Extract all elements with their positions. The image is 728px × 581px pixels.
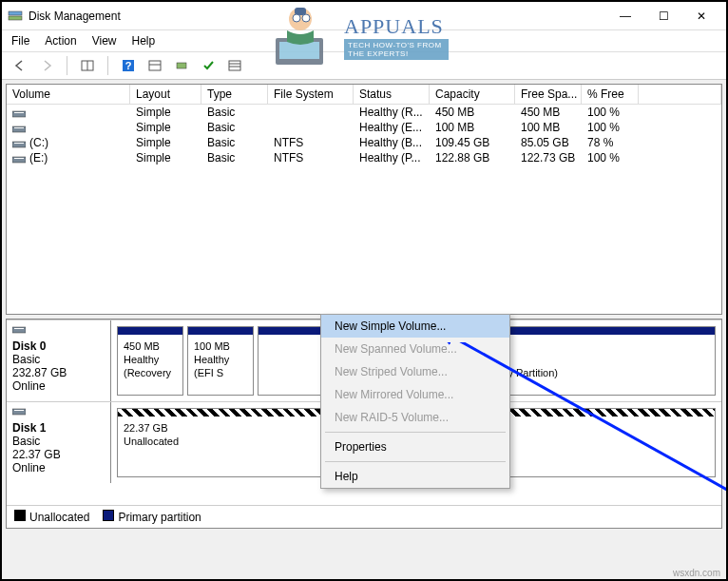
context-menu-item[interactable]: Properties	[321, 436, 509, 458]
toolbar-icon-3[interactable]	[171, 55, 192, 76]
svg-text:?: ?	[125, 60, 132, 71]
col-status[interactable]: Status	[354, 85, 430, 105]
disk-icon	[12, 139, 26, 148]
svg-rect-14	[12, 126, 26, 132]
svg-rect-20	[12, 327, 26, 333]
menu-action[interactable]: Action	[45, 34, 76, 48]
back-button[interactable]	[10, 55, 30, 76]
disk-icon	[12, 108, 26, 118]
context-menu[interactable]: New Simple Volume...New Spanned Volume..…	[320, 314, 510, 489]
disk-icon	[12, 124, 26, 133]
svg-rect-6	[149, 61, 161, 70]
menu-view[interactable]: View	[92, 34, 117, 48]
svg-point-30	[302, 14, 310, 22]
volume-rows[interactable]: SimpleBasicHealthy (R...450 MB450 MB100 …	[7, 105, 721, 314]
menu-help[interactable]: Help	[132, 34, 156, 48]
legend-primary: Primary partition	[118, 511, 201, 524]
disk-label[interactable]: Disk 1Basic22.37 GBOnline	[7, 402, 111, 483]
svg-rect-0	[9, 11, 22, 15]
svg-rect-9	[229, 61, 240, 70]
context-menu-item: New Mirrored Volume...	[321, 383, 509, 406]
source-text: wsxdn.com	[673, 568, 720, 578]
minimize-button[interactable]: —	[606, 2, 644, 30]
legend-swatch-primary	[103, 510, 114, 521]
svg-rect-21	[14, 328, 24, 329]
col-layout[interactable]: Layout	[130, 85, 201, 105]
app-icon	[8, 9, 23, 24]
context-menu-item[interactable]: New Simple Volume...	[321, 315, 509, 338]
context-menu-item: New RAID-5 Volume...	[321, 406, 509, 429]
legend: Unallocated Primary partition	[7, 505, 721, 528]
svg-rect-13	[14, 112, 24, 113]
context-menu-item: New Striped Volume...	[321, 360, 509, 383]
volume-row[interactable]: (C:)SimpleBasicNTFSHealthy (B...109.45 G…	[7, 135, 721, 150]
toolbar-icon-5[interactable]	[224, 55, 245, 76]
col-free[interactable]: Free Spa...	[515, 85, 582, 105]
context-menu-item[interactable]: Help	[321, 465, 509, 488]
svg-rect-23	[14, 410, 24, 411]
help-icon[interactable]: ?	[118, 55, 139, 76]
svg-rect-16	[12, 142, 26, 147]
context-menu-separator	[325, 432, 506, 433]
maximize-button[interactable]: ☐	[644, 2, 682, 30]
volume-header: Volume Layout Type File System Status Ca…	[7, 85, 721, 105]
toolbar-icon-1[interactable]	[77, 55, 98, 76]
volume-row[interactable]: SimpleBasicHealthy (E...100 MB100 MB100 …	[7, 120, 721, 135]
volume-row[interactable]: SimpleBasicHealthy (R...450 MB450 MB100 …	[7, 105, 721, 120]
forward-button[interactable]	[36, 55, 57, 76]
svg-point-29	[293, 14, 300, 22]
watermark-tag: TECH HOW-TO'S FROM THE EXPERTS!	[344, 39, 449, 60]
partition[interactable]: 100 MBHealthy (EFI S	[187, 326, 254, 396]
svg-rect-19	[14, 158, 24, 159]
svg-rect-22	[12, 409, 26, 415]
close-button[interactable]: ✕	[682, 2, 720, 30]
context-menu-separator	[325, 461, 506, 462]
svg-rect-17	[14, 143, 24, 144]
col-capacity[interactable]: Capacity	[430, 85, 515, 105]
svg-rect-12	[12, 111, 26, 117]
toolbar-icon-2[interactable]	[144, 55, 165, 76]
col-fs[interactable]: File System	[268, 85, 354, 105]
volume-row[interactable]: (E:)SimpleBasicNTFSHealthy (P...122.88 G…	[7, 150, 721, 165]
context-menu-item: New Spanned Volume...	[321, 338, 509, 360]
svg-rect-15	[14, 127, 24, 128]
legend-swatch-unallocated	[14, 510, 26, 521]
watermark-brand: APPUALS	[344, 14, 449, 39]
legend-unallocated: Unallocated	[29, 511, 89, 524]
col-type[interactable]: Type	[201, 85, 268, 105]
disk-label[interactable]: Disk 0Basic232.87 GBOnline	[7, 320, 111, 401]
svg-rect-18	[12, 157, 26, 163]
partition[interactable]: 450 MBHealthy (Recovery	[117, 326, 183, 396]
disk-icon	[12, 154, 26, 164]
col-pct[interactable]: % Free	[582, 85, 639, 105]
col-volume[interactable]: Volume	[7, 85, 130, 105]
watermark: APPUALS TECH HOW-TO'S FROM THE EXPERTS!	[259, 4, 449, 70]
svg-rect-1	[9, 16, 22, 20]
svg-rect-8	[177, 63, 186, 68]
volume-list: Volume Layout Type File System Status Ca…	[6, 84, 722, 315]
menu-file[interactable]: File	[11, 34, 29, 48]
toolbar-icon-4[interactable]	[198, 55, 219, 76]
